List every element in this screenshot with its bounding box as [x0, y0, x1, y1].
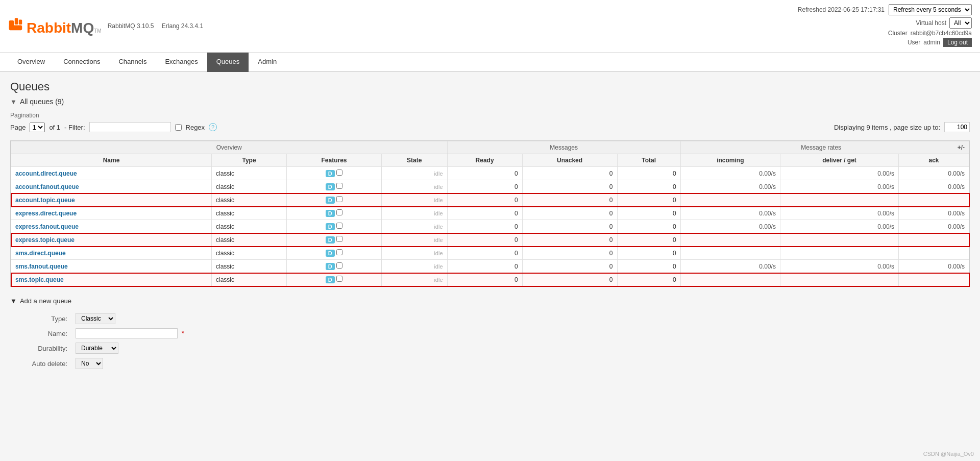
auto-delete-select[interactable]: No Yes: [76, 358, 103, 369]
nav-overview[interactable]: Overview: [8, 53, 54, 72]
table-row[interactable]: account.topic.queueclassicD idle000: [11, 193, 969, 207]
page-title: Queues: [10, 80, 970, 93]
cell-deliver-get: [780, 193, 898, 207]
group-messages-header: Messages: [447, 141, 680, 154]
table-row[interactable]: account.fanout.queueclassicD idle0000.00…: [11, 180, 969, 193]
page-label: Page: [10, 124, 26, 131]
cell-name[interactable]: sms.fanout.queue: [11, 260, 212, 273]
nav-exchanges[interactable]: Exchanges: [156, 53, 207, 72]
logo-rabbit: Rabbit: [27, 20, 71, 36]
col-state-header: State: [381, 154, 447, 167]
cell-name[interactable]: express.topic.queue: [11, 233, 212, 247]
type-select[interactable]: Classic Quorum Stream: [76, 313, 115, 324]
col-unacked-header: Unacked: [522, 154, 617, 167]
refresh-select[interactable]: Refresh every 5 seconds: [889, 4, 972, 15]
queue-table-wrapper: Overview Messages Message rates +/- Name…: [10, 140, 970, 287]
cell-features: D: [287, 180, 382, 193]
cell-name[interactable]: sms.topic.queue: [11, 273, 212, 286]
durability-select[interactable]: Durable Transient: [76, 343, 118, 354]
svg-rect-1: [15, 18, 18, 25]
cell-features: D: [287, 207, 382, 220]
table-row[interactable]: sms.fanout.queueclassicD idle0000.00/s0.…: [11, 260, 969, 273]
table-row[interactable]: express.direct.queueclassicD idle0000.00…: [11, 207, 969, 220]
top-right: Refreshed 2022-06-25 17:17:31 Refresh ev…: [798, 4, 972, 48]
cell-state: idle: [381, 220, 447, 233]
displaying-label: Displaying 9 items , page size up to:: [834, 124, 940, 131]
cell-name[interactable]: account.topic.queue: [11, 193, 212, 207]
nav-queues[interactable]: Queues: [207, 53, 249, 72]
cell-name[interactable]: account.fanout.queue: [11, 180, 212, 193]
nav-bar: Overview Connections Channels Exchanges …: [0, 53, 980, 72]
cell-deliver-get: [780, 273, 898, 286]
cell-type: classic: [211, 220, 286, 233]
refresh-line: Refreshed 2022-06-25 17:17:31 Refresh ev…: [798, 4, 972, 15]
add-queue-section: ▼ Add a new queue Type: Classic Quorum S…: [10, 297, 970, 371]
cell-name[interactable]: account.direct.queue: [11, 167, 212, 180]
name-label: Name:: [10, 326, 71, 341]
cell-features: D: [287, 260, 382, 273]
col-type-header: Type: [211, 154, 286, 167]
all-queues-header[interactable]: ▼ All queues (9): [10, 98, 970, 106]
filter-input[interactable]: [89, 122, 171, 132]
logo: RabbitMQTM: [8, 16, 102, 36]
cell-name[interactable]: sms.direct.queue: [11, 247, 212, 260]
name-input[interactable]: [76, 328, 178, 338]
cell-ack: [899, 273, 969, 286]
cell-ready: 0: [447, 207, 522, 220]
logout-button[interactable]: Log out: [943, 38, 972, 47]
cluster-value: rabbit@b7cb4c60cd9a: [911, 30, 972, 37]
page-select[interactable]: 1: [30, 123, 45, 132]
cell-state: idle: [381, 167, 447, 180]
cell-ready: 0: [447, 273, 522, 286]
nav-admin[interactable]: Admin: [249, 53, 286, 72]
cell-name[interactable]: express.direct.queue: [11, 207, 212, 220]
cell-incoming: 0.00/s: [680, 260, 780, 273]
col-total-header: Total: [617, 154, 680, 167]
cell-type: classic: [211, 180, 286, 193]
cell-state: idle: [381, 233, 447, 247]
col-incoming-header: incoming: [680, 154, 780, 167]
cell-ready: 0: [447, 233, 522, 247]
cell-type: classic: [211, 247, 286, 260]
col-features-header: Features: [287, 154, 382, 167]
cell-ack: [899, 247, 969, 260]
section-arrow-icon: ▼: [10, 98, 17, 106]
regex-checkbox[interactable]: [175, 124, 182, 131]
logo-mq: MQ: [71, 20, 94, 36]
add-queue-arrow-icon: ▼: [10, 297, 17, 305]
table-row[interactable]: account.direct.queueclassicD idle0000.00…: [11, 167, 969, 180]
cell-deliver-get: 0.00/s: [780, 260, 898, 273]
nav-connections[interactable]: Connections: [54, 53, 109, 72]
cell-state: idle: [381, 193, 447, 207]
vhost-select[interactable]: All: [949, 17, 972, 29]
table-row[interactable]: express.fanout.queueclassicD idle0000.00…: [11, 220, 969, 233]
required-star: *: [182, 329, 184, 337]
cell-ack: [899, 193, 969, 207]
refreshed-text: Refreshed 2022-06-25 17:17:31: [798, 6, 885, 13]
table-row[interactable]: sms.direct.queueclassicD idle000: [11, 247, 969, 260]
auto-delete-label: Auto delete:: [10, 356, 71, 371]
pagination-section: Pagination Page 1 of 1 - Filter: Regex ?…: [10, 112, 970, 132]
cell-unacked: 0: [522, 233, 617, 247]
top-bar: RabbitMQTM RabbitMQ 3.10.5 Erlang 24.3.4…: [0, 0, 980, 53]
cell-name[interactable]: express.fanout.queue: [11, 220, 212, 233]
cell-features: D: [287, 233, 382, 247]
page-size-input[interactable]: [944, 122, 970, 132]
cell-unacked: 0: [522, 180, 617, 193]
cell-features: D: [287, 193, 382, 207]
add-queue-header[interactable]: ▼ Add a new queue: [10, 297, 970, 305]
col-name-header: Name: [11, 154, 212, 167]
col-ready-header: Ready: [447, 154, 522, 167]
version-info: RabbitMQ 3.10.5 Erlang 24.3.4.1: [108, 22, 209, 30]
cell-incoming: 0.00/s: [680, 180, 780, 193]
plus-minus-button[interactable]: +/-: [958, 144, 965, 151]
help-icon[interactable]: ?: [209, 123, 217, 131]
table-row[interactable]: sms.topic.queueclassicD idle000: [11, 273, 969, 286]
cell-total: 0: [617, 247, 680, 260]
cell-deliver-get: 0.00/s: [780, 167, 898, 180]
cell-state: idle: [381, 260, 447, 273]
table-row[interactable]: express.topic.queueclassicD idle000: [11, 233, 969, 247]
nav-channels[interactable]: Channels: [109, 53, 156, 72]
cell-unacked: 0: [522, 193, 617, 207]
cell-deliver-get: 0.00/s: [780, 207, 898, 220]
